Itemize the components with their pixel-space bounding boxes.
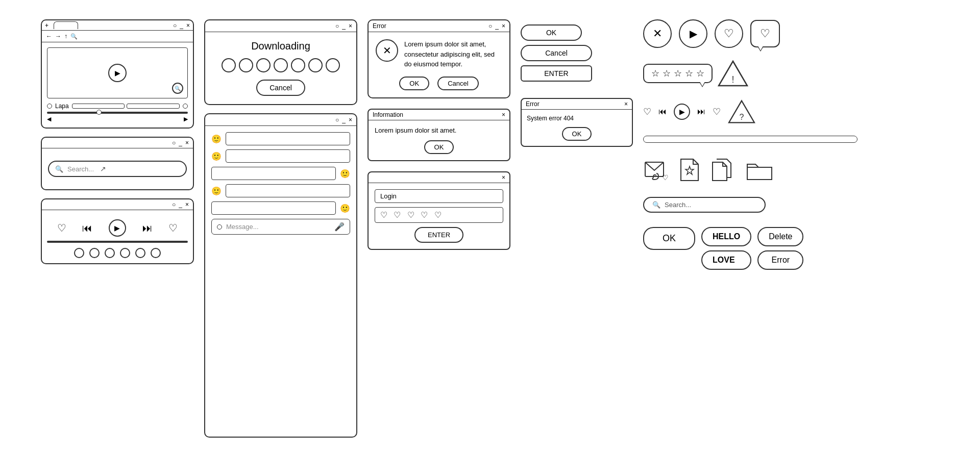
refresh-icon[interactable]: ↑ xyxy=(64,33,67,40)
music-dot[interactable] xyxy=(74,248,84,258)
chat-maximize[interactable]: _ xyxy=(342,116,346,123)
minimize-icon[interactable]: ○ xyxy=(173,22,177,29)
heart-speech-icon[interactable]: ♡ xyxy=(750,20,780,47)
warning-triangle-icon: ! xyxy=(718,59,748,88)
cancel-button2[interactable]: Cancel xyxy=(437,77,478,90)
heart-left-icon[interactable]: ♡ xyxy=(57,222,66,234)
svg-text:?: ? xyxy=(740,112,744,121)
error-body: ✕ Lorem ipsum dolor sit amet, consectetu… xyxy=(376,39,502,69)
folder-icon xyxy=(745,157,774,183)
music-dot[interactable] xyxy=(120,248,130,258)
error-btn[interactable]: Error xyxy=(757,250,803,270)
close-icon3[interactable]: × xyxy=(185,201,189,208)
browser-tab[interactable]: + xyxy=(45,22,48,29)
love-bubble[interactable]: LOVE xyxy=(701,250,751,270)
small-controls-row: ♡ ⏮ ▶ ⏭ ♡ ? xyxy=(643,99,857,124)
music-seek-bar[interactable] xyxy=(47,241,188,243)
forward-small-icon[interactable]: ⏭ xyxy=(697,107,705,116)
music-play-btn[interactable]: ▶ xyxy=(109,219,126,237)
close-icon[interactable]: × xyxy=(186,22,190,29)
chat-row: 🙂 xyxy=(211,149,350,163)
info-close[interactable]: × xyxy=(502,111,505,118)
maximize-icon2[interactable]: _ xyxy=(179,139,182,146)
dl-maximize[interactable]: _ xyxy=(342,22,346,30)
close-icon2[interactable]: × xyxy=(185,139,189,146)
big-ok-btn[interactable]: OK xyxy=(643,227,695,250)
standalone-ok-btn[interactable]: OK xyxy=(521,24,582,41)
enter-button[interactable]: ENTER xyxy=(414,227,463,243)
play-small-btn[interactable]: ▶ xyxy=(674,104,690,120)
track-label: Lapa xyxy=(55,103,69,110)
heart-right-icon[interactable]: ♡ xyxy=(168,222,178,234)
maximize-icon3[interactable]: _ xyxy=(179,201,182,208)
hello-bubble[interactable]: HELLO xyxy=(701,227,751,246)
emoji-icon: 🙂 xyxy=(211,134,222,144)
chat-close[interactable]: × xyxy=(349,116,352,123)
seek-thumb[interactable] xyxy=(96,110,102,115)
heart-small-icon[interactable]: ♡ xyxy=(643,106,651,117)
delete-btn[interactable]: Delete xyxy=(757,227,803,246)
message-bar[interactable]: Message... 🎤 xyxy=(211,219,350,235)
err-maximize[interactable]: _ xyxy=(495,22,499,30)
mic-icon[interactable]: 🎤 xyxy=(334,222,345,232)
end-dot xyxy=(183,104,188,109)
play-button[interactable]: ▶ xyxy=(108,64,127,82)
standalone-cancel-btn[interactable]: Cancel xyxy=(521,45,592,61)
time-controls: ◀ ▶ xyxy=(47,116,188,122)
music-dot[interactable] xyxy=(105,248,115,258)
close-circle-icon[interactable]: ✕ xyxy=(643,19,672,48)
radio-dot xyxy=(47,104,52,109)
forward-icon[interactable]: ⏭ xyxy=(142,222,153,234)
small-error-text: System error 404 xyxy=(527,115,627,122)
radio-btn xyxy=(217,224,222,230)
chat-input[interactable] xyxy=(226,184,350,197)
chat-input[interactable] xyxy=(226,149,350,163)
small-error-title: Error xyxy=(526,100,540,108)
err-close[interactable]: × xyxy=(502,22,505,30)
icon-row-top: ✕ ▶ ♡ ♡ xyxy=(643,19,857,48)
error-dialog: Error ○ _ × ✕ Lorem ipsum dolor sit amet… xyxy=(368,19,510,98)
standalone-enter-btn[interactable]: ENTER xyxy=(521,65,592,82)
forward-nav-icon[interactable]: → xyxy=(55,33,61,40)
message-placeholder: Message... xyxy=(226,223,330,231)
music-controls: ♡ ⏮ ▶ ⏭ ♡ xyxy=(47,215,188,241)
chat-input[interactable] xyxy=(211,201,336,215)
heart-circle-icon[interactable]: ♡ xyxy=(715,19,743,48)
heart-small-icon2[interactable]: ♡ xyxy=(713,106,721,117)
search-bar[interactable]: 🔍 Search... ↗ xyxy=(48,161,187,177)
chat-input[interactable] xyxy=(211,167,336,180)
chat-input[interactable] xyxy=(226,132,350,145)
rewind-icon[interactable]: ⏮ xyxy=(82,222,92,234)
back-icon[interactable]: ← xyxy=(46,33,52,40)
music-dot[interactable] xyxy=(151,248,161,258)
password-field[interactable]: ♡ ♡ ♡ ♡ ♡ xyxy=(375,207,503,223)
dl-close[interactable]: × xyxy=(349,22,352,30)
rewind-small-icon[interactable]: ⏮ xyxy=(658,107,667,116)
cancel-button[interactable]: Cancel xyxy=(256,80,305,96)
minimize-icon3[interactable]: ○ xyxy=(172,201,176,208)
search-standalone[interactable]: 🔍 Search... xyxy=(643,197,766,213)
login-close[interactable]: × xyxy=(502,174,505,181)
login-field[interactable]: Login xyxy=(375,189,503,203)
music-dots-row xyxy=(47,248,188,258)
err-minimize[interactable]: ○ xyxy=(488,22,492,30)
fwd-icon[interactable]: ▶ xyxy=(184,116,188,122)
chat-minimize[interactable]: ○ xyxy=(335,116,339,123)
music-dot[interactable] xyxy=(135,248,145,258)
play-circle-icon[interactable]: ▶ xyxy=(679,19,707,48)
music-dot[interactable] xyxy=(89,248,100,258)
info-ok-button[interactable]: OK xyxy=(424,140,454,154)
ok-button[interactable]: OK xyxy=(399,77,429,90)
prev-icon[interactable]: ◀ xyxy=(47,116,51,122)
small-error-close[interactable]: × xyxy=(624,100,628,108)
search-icon2: 🔍 xyxy=(55,165,63,173)
dl-minimize[interactable]: ○ xyxy=(335,22,339,30)
maximize-icon[interactable]: _ xyxy=(180,22,183,29)
progress-dot xyxy=(291,58,305,72)
error-buttons: OK Cancel xyxy=(376,77,502,90)
progress-dot xyxy=(239,58,253,72)
small-error-ok-btn[interactable]: OK xyxy=(562,127,592,141)
minimize-icon2[interactable]: ○ xyxy=(172,139,176,146)
seek-bar[interactable] xyxy=(47,112,188,114)
browser-tab-active[interactable] xyxy=(54,21,78,29)
